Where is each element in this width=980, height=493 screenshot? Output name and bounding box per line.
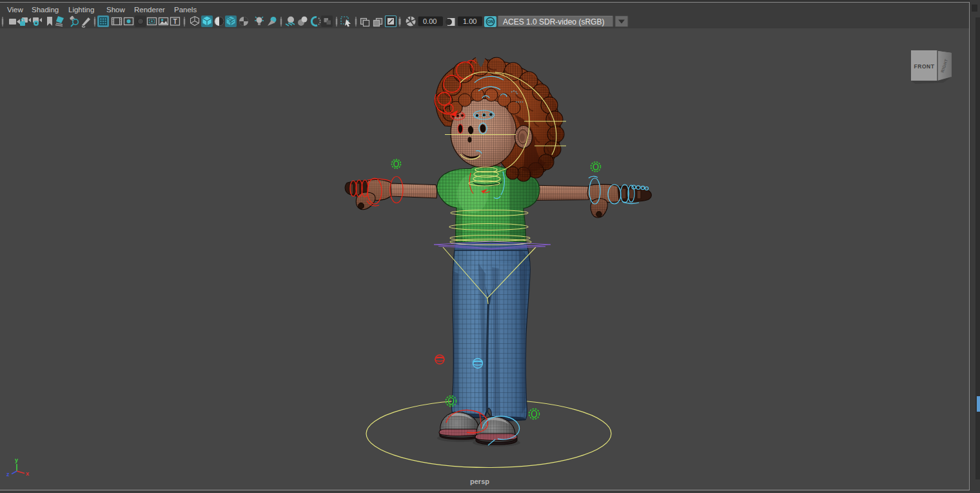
svg-text:0.00: 0.00 xyxy=(423,17,436,25)
svg-text:persp: persp xyxy=(470,478,489,485)
svg-text:ON: ON xyxy=(487,19,494,24)
svg-text:y: y xyxy=(15,457,18,463)
svg-text:ACES 1.0 SDR-video (sRGB): ACES 1.0 SDR-video (sRGB) xyxy=(503,17,604,26)
svg-text:T: T xyxy=(173,18,177,25)
svg-text:x: x xyxy=(26,470,29,477)
svg-text:1.00: 1.00 xyxy=(463,17,476,25)
svg-text:z: z xyxy=(6,471,10,478)
svg-text:FRONT: FRONT xyxy=(914,63,935,70)
